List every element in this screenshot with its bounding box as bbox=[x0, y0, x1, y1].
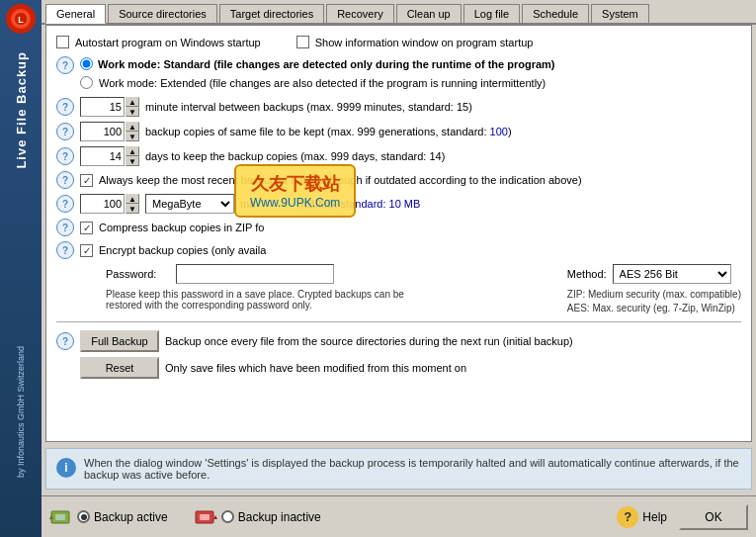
method-section: Method: AES 256 Bit ZIP ZIP: Medium secu… bbox=[567, 264, 741, 313]
password-row: Password: bbox=[106, 264, 557, 284]
workmode-standard-row: Work mode: Standard (file changes are de… bbox=[80, 57, 554, 70]
tab-schedule[interactable]: Schedule bbox=[522, 4, 589, 23]
svg-rect-3 bbox=[55, 514, 65, 520]
help-maxsize-icon[interactable]: ? bbox=[56, 195, 74, 213]
main-content: General Source directories Target direct… bbox=[42, 0, 756, 537]
tab-general[interactable]: General bbox=[45, 4, 106, 24]
password-note: Please keep this password in a save plac… bbox=[106, 289, 442, 311]
svg-text:L: L bbox=[18, 15, 24, 25]
days-keep-up[interactable]: ▲ bbox=[126, 146, 139, 156]
reset-desc: Only save files which have been modified… bbox=[165, 362, 466, 374]
days-keep-down[interactable]: ▼ bbox=[126, 156, 139, 166]
minute-interval-up[interactable]: ▲ bbox=[126, 97, 139, 107]
sidebar: L Live File Backup by Infonautics GmbH S… bbox=[0, 0, 42, 537]
method-row: Method: AES 256 Bit ZIP bbox=[567, 264, 741, 284]
backup-copies-label: backup copies of same file to be kept (m… bbox=[145, 126, 512, 137]
tab-source-directories[interactable]: Source directories bbox=[108, 4, 217, 23]
help-always-icon[interactable]: ? bbox=[56, 171, 74, 189]
backup-copies-down[interactable]: ▼ bbox=[126, 132, 139, 141]
svg-rect-6 bbox=[200, 514, 210, 520]
minute-interval-down[interactable]: ▼ bbox=[126, 107, 139, 117]
tab-recovery[interactable]: Recovery bbox=[326, 4, 393, 23]
password-label: Password: bbox=[106, 268, 170, 280]
minute-interval-input[interactable] bbox=[80, 97, 125, 117]
autostart-checkbox[interactable] bbox=[56, 36, 69, 48]
method-label: Method: bbox=[567, 268, 607, 280]
ok-button[interactable]: OK bbox=[679, 504, 748, 530]
autostart-row: Autostart program on Windows startup Sho… bbox=[56, 36, 741, 48]
show-info-label: Show information window on program start… bbox=[315, 37, 534, 48]
help-fullbackup-icon[interactable]: ? bbox=[56, 332, 74, 350]
tab-target-directories[interactable]: Target directories bbox=[219, 4, 324, 23]
svg-marker-7 bbox=[213, 515, 217, 519]
help-workmode-icon[interactable]: ? bbox=[56, 56, 74, 74]
tab-cleanup[interactable]: Clean up bbox=[396, 4, 462, 23]
max-size-down[interactable]: ▼ bbox=[126, 204, 139, 214]
minute-interval-label: minute interval between backups (max. 99… bbox=[145, 101, 472, 113]
help-section: ? Help bbox=[617, 506, 667, 528]
workmode-standard-radio[interactable] bbox=[80, 57, 93, 70]
backup-copies-input[interactable] bbox=[80, 122, 125, 141]
password-section: Password: Please keep this password in a… bbox=[106, 264, 557, 311]
backup-copies-standard: 100 bbox=[490, 126, 508, 137]
help-minute-icon[interactable]: ? bbox=[56, 98, 74, 116]
bottom-bar: Backup active Backup inactive ? Help bbox=[42, 495, 756, 537]
info-section: i When the dialog window 'Settings' is d… bbox=[45, 448, 752, 490]
backup-active-section: Backup active Backup inactive bbox=[49, 507, 617, 527]
max-size-suffix: KB/MB, standard: 10 MB bbox=[300, 198, 420, 210]
show-info-checkbox[interactable] bbox=[296, 36, 309, 48]
logo-inner: L bbox=[11, 9, 31, 29]
info-message: When the dialog window 'Settings' is dis… bbox=[84, 457, 741, 481]
max-size-row: ? ▲ ▼ MegaByte KiloByte ma KB/MB, standa… bbox=[56, 194, 741, 214]
help-icon: ? bbox=[617, 506, 638, 528]
always-keep-checkbox[interactable] bbox=[80, 174, 93, 187]
app-logo: L bbox=[6, 4, 36, 34]
always-keep-label: Always keep the most recent backup of a … bbox=[99, 174, 582, 186]
days-keep-row: ? ▲ ▼ days to keep the backup copies (ma… bbox=[56, 146, 741, 166]
backup-inactive-icon bbox=[194, 507, 217, 527]
backup-copies-up[interactable]: ▲ bbox=[126, 122, 139, 132]
compress-label: Compress backup copies in ZIP fo bbox=[99, 222, 264, 233]
help-label: Help bbox=[642, 510, 667, 524]
tab-system[interactable]: System bbox=[591, 4, 649, 23]
zip-note: ZIP: Medium security (max. compatible) bbox=[567, 289, 741, 300]
backup-active-icon bbox=[49, 507, 73, 527]
help-encrypt-icon[interactable]: ? bbox=[56, 241, 74, 259]
full-backup-button[interactable]: Full Backup bbox=[80, 330, 159, 352]
workmode-extended-label: Work mode: Extended (file changes are al… bbox=[99, 77, 546, 89]
days-keep-input[interactable] bbox=[80, 146, 125, 166]
full-backup-desc: Backup once every file from the source d… bbox=[165, 335, 573, 347]
tabs-bar: General Source directories Target direct… bbox=[42, 0, 756, 25]
backup-active-radio[interactable] bbox=[77, 510, 90, 523]
app-title: Live File Backup bbox=[14, 51, 29, 169]
reset-row: Reset Only save files which have been mo… bbox=[56, 357, 741, 379]
always-keep-row: ? Always keep the most recent backup of … bbox=[56, 171, 741, 189]
help-workmode-row: ? Work mode: Standard (file changes are … bbox=[56, 56, 741, 74]
compress-row: ? Compress backup copies in ZIP fo bbox=[56, 219, 741, 236]
method-select[interactable]: AES 256 Bit ZIP bbox=[613, 264, 731, 284]
password-input[interactable] bbox=[176, 264, 334, 284]
max-size-input[interactable] bbox=[80, 194, 125, 214]
help-compress-icon[interactable]: ? bbox=[56, 219, 74, 236]
minute-interval-row: ? ▲ ▼ minute interval between backups (m… bbox=[56, 97, 741, 117]
compress-checkbox[interactable] bbox=[80, 222, 93, 234]
help-days-icon[interactable]: ? bbox=[56, 147, 74, 165]
autostart-label: Autostart program on Windows startup bbox=[75, 37, 261, 48]
aes-note: AES: Max. security (eg. 7-Zip, WinZip) bbox=[567, 303, 741, 313]
backup-copies-row: ? ▲ ▼ backup copies of same file to be k… bbox=[56, 122, 741, 141]
workmode-extended-radio[interactable] bbox=[80, 76, 93, 89]
reset-button[interactable]: Reset bbox=[80, 357, 159, 379]
days-keep-label: days to keep the backup copies (max. 999… bbox=[145, 150, 445, 162]
backup-active-label: Backup active bbox=[94, 510, 168, 524]
max-size-up[interactable]: ▲ bbox=[126, 194, 139, 204]
encrypt-checkbox[interactable] bbox=[80, 244, 93, 257]
max-size-unit-select[interactable]: MegaByte KiloByte bbox=[145, 194, 234, 214]
max-size-label: ma bbox=[240, 198, 255, 210]
workmode-standard-label: Work mode: Standard (file changes are de… bbox=[98, 58, 554, 70]
full-backup-row: ? Full Backup Backup once every file fro… bbox=[56, 330, 741, 352]
tab-logfile[interactable]: Log file bbox=[463, 4, 520, 23]
help-copies-icon[interactable]: ? bbox=[56, 123, 74, 140]
divider bbox=[56, 321, 741, 322]
backup-inactive-radio[interactable] bbox=[221, 510, 234, 523]
workmode-extended-row: Work mode: Extended (file changes are al… bbox=[56, 76, 741, 89]
